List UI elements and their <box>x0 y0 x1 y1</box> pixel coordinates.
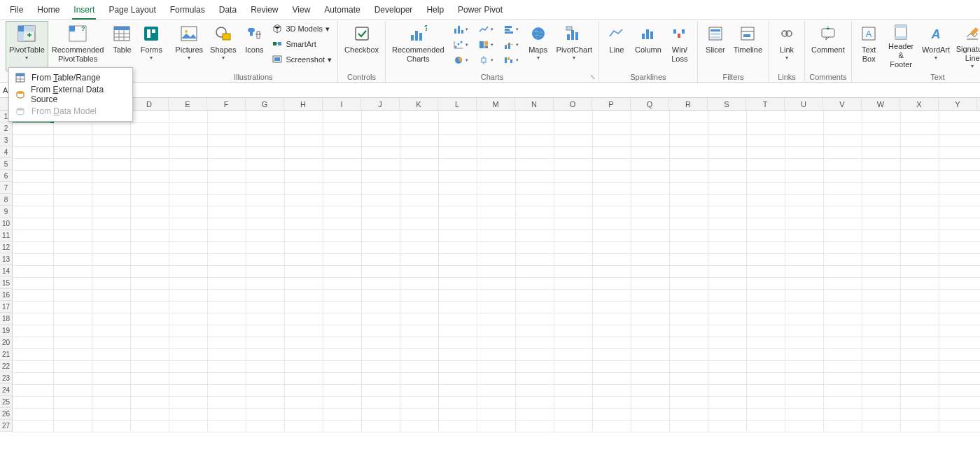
pictures-button[interactable]: Pictures ▾ <box>172 21 206 71</box>
row-header[interactable]: 4 <box>0 146 12 158</box>
row-header[interactable]: 14 <box>0 265 12 277</box>
column-header[interactable]: Q <box>631 98 669 110</box>
tab-page-layout[interactable]: Page Layout <box>102 0 162 20</box>
scatter-chart-button[interactable]: ▾ <box>451 38 470 52</box>
column-chart-button[interactable]: ▾ <box>451 22 470 36</box>
pivotchart-button[interactable]: PivotChart ▾ <box>553 21 596 71</box>
column-header[interactable]: I <box>323 98 361 110</box>
column-header[interactable]: M <box>477 98 515 110</box>
wordart-button[interactable]: A WordArt ▾ <box>919 21 953 71</box>
column-header[interactable]: E <box>169 98 207 110</box>
column-header[interactable]: G <box>246 98 284 110</box>
tab-formulas[interactable]: Formulas <box>163 0 212 20</box>
shapes-button[interactable]: Shapes ▾ <box>206 21 239 71</box>
row-header[interactable]: 11 <box>0 229 12 241</box>
maps-button[interactable]: Maps ▾ <box>524 21 553 71</box>
row-header[interactable]: 20 <box>0 337 12 348</box>
treemap-chart-button[interactable]: ▾ <box>476 38 496 52</box>
row-headers[interactable]: 1234567891011121314151617181920212223242… <box>0 111 13 432</box>
row-header[interactable]: 9 <box>0 206 12 218</box>
row-header[interactable]: 6 <box>0 170 12 182</box>
row-header[interactable]: 15 <box>0 277 12 289</box>
tab-developer[interactable]: Developer <box>368 0 420 20</box>
column-header[interactable]: O <box>554 98 592 110</box>
pie-chart-button[interactable]: ▾ <box>451 53 470 67</box>
table-button[interactable]: Table <box>107 21 136 71</box>
row-header[interactable]: 8 <box>0 194 12 206</box>
combo-chart-button[interactable]: ▾ <box>501 38 521 52</box>
row-header[interactable]: 27 <box>0 420 12 432</box>
from-external-data-item[interactable]: From External Data Source <box>9 86 132 103</box>
row-header[interactable]: 19 <box>0 325 12 337</box>
worksheet-grid[interactable]: A B C DEFGHIJKLMNOPQRSTUVWXY 12345678910… <box>0 98 980 432</box>
link-button[interactable]: Link ▾ <box>772 21 802 71</box>
column-header[interactable]: K <box>400 98 438 110</box>
screenshot-button[interactable]: Screenshot ▾ <box>269 52 335 67</box>
pivottable-button[interactable]: PivotTable ▾ <box>6 21 48 71</box>
from-table-range-item[interactable]: From Table/Range <box>9 69 132 86</box>
waterfall-chart-button[interactable]: ▾ <box>501 53 521 67</box>
row-header[interactable]: 18 <box>0 313 12 325</box>
tab-data[interactable]: Data <box>212 0 244 20</box>
textbox-button[interactable]: A Text Box <box>855 21 883 71</box>
column-header[interactable]: J <box>361 98 400 110</box>
row-header[interactable]: 17 <box>0 301 12 313</box>
column-header[interactable]: X <box>900 98 939 110</box>
column-headers[interactable]: A B C DEFGHIJKLMNOPQRSTUVWXY <box>13 98 980 111</box>
sparkline-column-button[interactable]: Column <box>631 21 665 71</box>
line-chart-button[interactable]: ▾ <box>476 22 496 36</box>
column-header[interactable]: Y <box>939 98 977 110</box>
column-header[interactable]: L <box>438 98 477 110</box>
row-header[interactable]: 23 <box>0 372 12 384</box>
column-header[interactable]: R <box>669 98 708 110</box>
column-header[interactable]: W <box>862 98 900 110</box>
recommended-pivottables-button[interactable]: ? Recommended PivotTables <box>48 21 108 71</box>
row-header[interactable]: 2 <box>0 122 12 134</box>
tab-review[interactable]: Review <box>244 0 285 20</box>
sparkline-line-button[interactable]: Line <box>602 21 631 71</box>
row-header[interactable]: 10 <box>0 218 12 229</box>
tab-automate[interactable]: Automate <box>317 0 367 20</box>
cells-area[interactable] <box>13 111 980 432</box>
charts-dialog-launcher[interactable]: ⤡ <box>590 73 597 80</box>
signature-line-button[interactable]: Signature Line ▾ <box>953 21 980 71</box>
tab-insert[interactable]: Insert <box>66 0 102 20</box>
tab-power-pivot[interactable]: Power Pivot <box>451 0 510 20</box>
icons-button[interactable]: Icons <box>239 21 269 71</box>
checkbox-button[interactable]: Checkbox <box>341 21 382 71</box>
sparkline-winloss-button[interactable]: Win/ Loss <box>665 21 694 71</box>
tab-view[interactable]: View <box>286 0 318 20</box>
column-header[interactable]: N <box>515 98 554 110</box>
column-header[interactable]: U <box>785 98 823 110</box>
row-header[interactable]: 16 <box>0 289 12 301</box>
forms-button[interactable]: Forms ▾ <box>136 21 166 71</box>
bar-chart-button[interactable]: ▾ <box>501 22 521 36</box>
3d-models-button[interactable]: 3D Models ▾ <box>269 21 335 36</box>
row-header[interactable]: 22 <box>0 360 12 372</box>
column-header[interactable]: S <box>708 98 746 110</box>
slicer-button[interactable]: Slicer <box>701 21 730 71</box>
tab-help[interactable]: Help <box>419 0 451 20</box>
recommended-charts-button[interactable]: ? Recommended Charts <box>388 21 448 71</box>
header-footer-button[interactable]: Header & Footer <box>883 21 919 71</box>
timeline-button[interactable]: Timeline <box>730 21 766 71</box>
column-header[interactable]: F <box>207 98 246 110</box>
column-header[interactable]: H <box>284 98 323 110</box>
formula-bar[interactable]: A <box>0 83 980 98</box>
smartart-button[interactable]: SmartArt <box>269 36 335 52</box>
row-header[interactable]: 24 <box>0 384 12 396</box>
row-header[interactable]: 5 <box>0 158 12 170</box>
tab-file[interactable]: File <box>3 0 30 20</box>
row-header[interactable]: 13 <box>0 253 12 265</box>
row-header[interactable]: 12 <box>0 241 12 253</box>
boxwhisker-chart-button[interactable]: ▾ <box>476 53 496 67</box>
column-header[interactable]: V <box>823 98 862 110</box>
row-header[interactable]: 25 <box>0 396 12 408</box>
column-header[interactable]: T <box>746 98 785 110</box>
row-header[interactable]: 7 <box>0 182 12 194</box>
row-header[interactable]: 26 <box>0 408 12 420</box>
row-header[interactable]: 3 <box>0 134 12 146</box>
column-header[interactable]: P <box>592 98 631 110</box>
column-header[interactable]: D <box>130 98 169 110</box>
row-header[interactable]: 21 <box>0 348 12 360</box>
